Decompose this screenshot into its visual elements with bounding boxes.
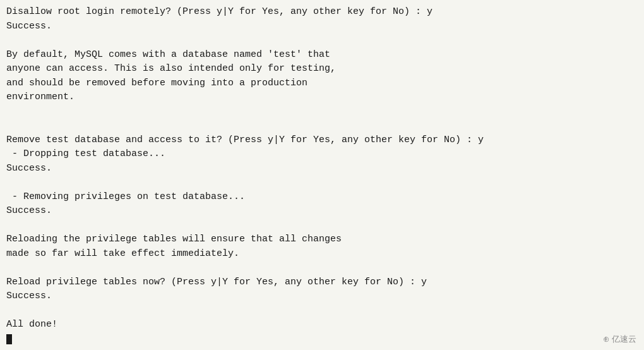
- terminal-output: Disallow root login remotely? (Press y|Y…: [6, 5, 638, 346]
- terminal-cursor: [6, 334, 12, 344]
- terminal-window: Disallow root login remotely? (Press y|Y…: [0, 0, 644, 350]
- watermark: ⊕ 亿速云: [603, 333, 636, 346]
